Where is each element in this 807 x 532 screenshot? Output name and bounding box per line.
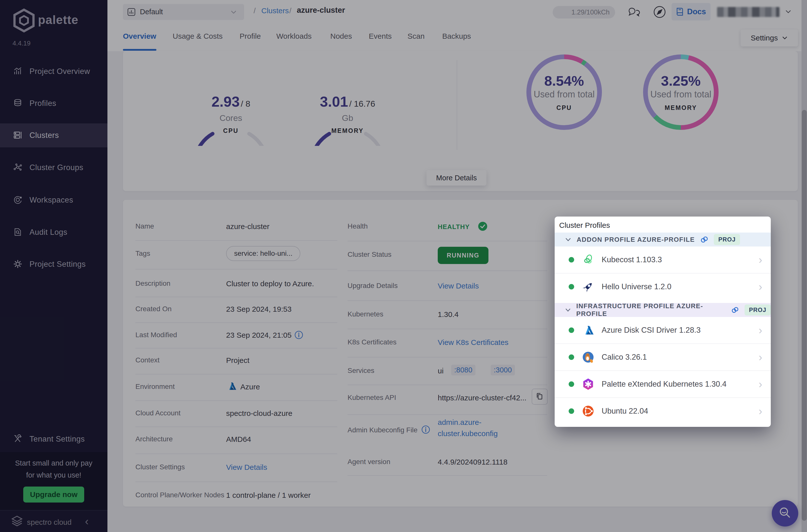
proj-badge: PROJ <box>745 304 771 316</box>
status-dot <box>569 257 574 263</box>
status-dot <box>569 355 574 360</box>
pxk-icon <box>582 378 595 391</box>
profile-item-kubecost[interactable]: Kubecost 1.103.3 › <box>555 247 771 273</box>
calico-icon <box>582 351 595 364</box>
profile-item-calico[interactable]: Calico 3.26.1 › <box>555 343 771 370</box>
ubuntu-icon <box>582 405 595 418</box>
profile-item-label: Ubuntu 22.04 <box>602 406 648 416</box>
chevron-right-icon: › <box>758 325 762 336</box>
status-dot <box>569 408 574 414</box>
azure-icon <box>582 324 595 337</box>
chevron-right-icon: › <box>758 352 762 363</box>
chevron-right-icon: › <box>758 379 762 390</box>
palette-console: palette 4.4.19 Project Overview Profiles… <box>0 0 807 532</box>
addon-profile-header[interactable]: ADDON PROFILE AZURE-PROFILE PROJ <box>555 232 771 247</box>
cluster-profiles-panel: Cluster Profiles ADDON PROFILE AZURE-PRO… <box>555 216 771 427</box>
chevron-down-icon <box>565 237 571 242</box>
chevron-down-icon <box>565 307 571 312</box>
profile-item-hello-universe[interactable]: Hello Universe 1.2.0 › <box>555 273 771 300</box>
panel-title: Cluster Profiles <box>555 216 771 232</box>
profile-item-label: Palette eXtended Kubernetes 1.30.4 <box>602 380 727 388</box>
chevron-right-icon: › <box>758 406 762 417</box>
chevron-right-icon: › <box>758 281 762 292</box>
profile-item-label: Hello Universe 1.2.0 <box>602 282 671 291</box>
link-icon <box>731 305 739 315</box>
profile-item-label: Azure Disk CSI Driver 1.28.3 <box>602 326 700 335</box>
infrastructure-profile-header[interactable]: INFRASTRUCTURE PROFILE AZURE-PROFILE PRO… <box>555 303 771 317</box>
profile-item-ubuntu[interactable]: Ubuntu 22.04 › <box>555 397 771 424</box>
profile-item-palette-extended-k8s[interactable]: Palette eXtended Kubernetes 1.30.4 › <box>555 370 771 397</box>
chevron-right-icon: › <box>758 254 762 265</box>
proj-badge: PROJ <box>714 234 740 245</box>
section-header-label: INFRASTRUCTURE PROFILE AZURE-PROFILE <box>576 302 726 318</box>
status-dot <box>569 284 574 289</box>
status-dot <box>569 381 574 387</box>
status-dot <box>569 327 574 333</box>
profile-item-label: Calico 3.26.1 <box>602 353 647 362</box>
kubecost-icon <box>582 253 595 266</box>
hello-universe-icon <box>582 280 595 293</box>
profile-item-azure-disk-csi[interactable]: Azure Disk CSI Driver 1.28.3 › <box>555 317 771 343</box>
profile-item-label: Kubecost 1.103.3 <box>602 255 662 264</box>
link-icon <box>700 235 709 244</box>
section-header-label: ADDON PROFILE AZURE-PROFILE <box>577 236 695 244</box>
